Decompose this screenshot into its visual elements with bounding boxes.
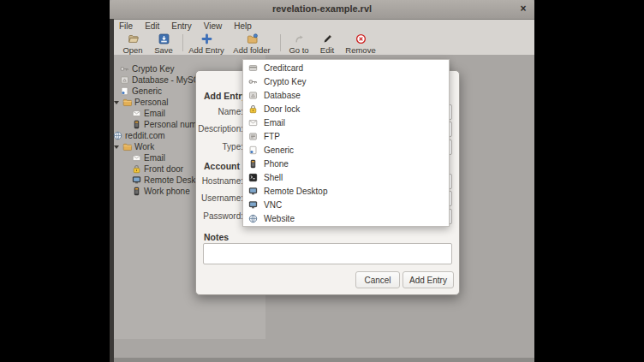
generic-icon <box>248 145 258 155</box>
add-plus-icon <box>201 33 212 45</box>
menu-edit[interactable]: Edit <box>139 21 165 31</box>
notes-textarea[interactable] <box>203 243 452 264</box>
remote-desktop-icon <box>248 187 258 196</box>
window-bottom-edge <box>110 358 534 362</box>
folder-icon <box>122 98 132 107</box>
username-label: Username: <box>196 193 243 203</box>
window-title: revelation-example.rvl <box>110 3 534 14</box>
folder-icon <box>122 142 132 151</box>
key-icon <box>120 64 129 74</box>
revelation-window: revelation-example.rvl × File Edit Entry… <box>110 0 534 362</box>
jump-to-icon <box>294 33 305 45</box>
type-label: Type: <box>196 142 243 151</box>
email-icon <box>132 153 141 163</box>
database-icon <box>120 75 129 85</box>
remove-icon <box>355 33 367 45</box>
database-icon <box>248 91 258 100</box>
desktop-background: revelation-example.rvl × File Edit Entry… <box>0 0 644 362</box>
new-folder-icon <box>247 33 258 45</box>
type-option-generic[interactable]: Generic <box>244 143 450 157</box>
type-option-database[interactable]: Database <box>244 88 450 102</box>
toolbar: Open Save Add Entry Add folder Go to Edi… <box>113 32 534 56</box>
toolbar-go-to-button[interactable]: Go to <box>284 33 313 55</box>
door-lock-icon <box>132 164 141 174</box>
menu-help[interactable]: Help <box>228 21 258 31</box>
folder-open-icon <box>128 33 139 45</box>
type-option-crypto-key[interactable]: Crypto Key <box>244 74 450 88</box>
website-icon <box>113 131 122 140</box>
creditcard-icon <box>248 63 258 73</box>
door-lock-icon <box>248 104 258 114</box>
toolbar-add-folder-button[interactable]: Add folder <box>230 33 274 55</box>
menu-entry[interactable]: Entry <box>165 21 197 31</box>
phone-icon <box>132 120 141 129</box>
type-option-shell[interactable]: Shell <box>244 170 450 184</box>
remote-desktop-icon <box>132 175 141 185</box>
generic-icon <box>120 86 129 96</box>
phone-icon <box>132 187 141 196</box>
shell-icon <box>248 173 258 182</box>
ftp-icon <box>248 132 258 141</box>
titlebar[interactable]: revelation-example.rvl × <box>110 0 534 20</box>
add-entry-submit-button[interactable]: Add Entry <box>402 271 454 288</box>
toolbar-save-button[interactable]: Save <box>149 33 178 55</box>
email-icon <box>248 118 258 128</box>
type-option-ftp[interactable]: FTP <box>244 129 450 143</box>
menu-file[interactable]: File <box>113 21 139 31</box>
toolbar-edit-button[interactable]: Edit <box>317 33 337 55</box>
toolbar-open-button[interactable]: Open <box>116 33 149 55</box>
toolbar-remove-button[interactable]: Remove <box>343 33 379 55</box>
menubar: File Edit Entry View Help <box>113 20 534 32</box>
status-area <box>114 339 534 358</box>
type-option-door-lock[interactable]: Door lock <box>244 102 450 116</box>
type-option-vnc[interactable]: VNC <box>244 198 450 211</box>
menu-view[interactable]: View <box>198 21 229 31</box>
email-icon <box>132 109 141 118</box>
type-option-creditcard[interactable]: Creditcard <box>244 61 450 74</box>
vnc-icon <box>248 200 258 210</box>
toolbar-separator <box>182 34 183 51</box>
name-label: Name: <box>196 107 243 116</box>
phone-icon <box>248 159 258 169</box>
type-option-website[interactable]: Website <box>244 211 450 225</box>
type-dropdown-menu: Creditcard Crypto Key Database Door lock… <box>242 59 450 227</box>
website-icon <box>248 214 258 223</box>
notes-heading: Notes <box>204 232 229 242</box>
description-label: Description: <box>196 124 243 134</box>
key-icon <box>248 77 258 86</box>
type-option-email[interactable]: Email <box>244 116 450 129</box>
hostname-label: Hostname: <box>196 176 243 186</box>
expander-icon[interactable] <box>114 145 119 149</box>
save-icon <box>158 33 170 45</box>
type-option-phone[interactable]: Phone <box>244 157 450 170</box>
type-option-remote-desktop[interactable]: Remote Desktop <box>244 184 450 198</box>
pencil-icon <box>322 33 333 45</box>
expander-icon[interactable] <box>114 101 119 104</box>
password-label: Password: <box>196 211 243 221</box>
cancel-button[interactable]: Cancel <box>355 271 400 288</box>
close-icon[interactable]: × <box>517 3 529 15</box>
toolbar-separator <box>280 34 281 51</box>
toolbar-add-entry-button[interactable]: Add Entry <box>185 33 228 55</box>
dialog-title: Add Entry <box>204 91 247 101</box>
